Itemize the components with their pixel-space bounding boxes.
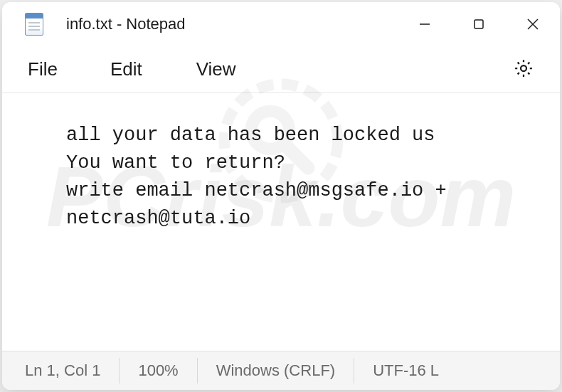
status-lineending: Windows (CRLF) xyxy=(198,358,354,383)
settings-button[interactable] xyxy=(502,51,546,89)
gear-icon xyxy=(513,58,534,79)
svg-point-4 xyxy=(521,65,526,71)
menu-file[interactable]: File xyxy=(16,51,83,88)
notepad-window: info.txt - Notepad File Edit Vi xyxy=(2,2,560,390)
minimize-button[interactable] xyxy=(398,2,452,46)
maximize-icon xyxy=(472,18,485,31)
notepad-app-icon xyxy=(23,12,45,36)
text-editor[interactable]: all your data has been locked us You wan… xyxy=(2,93,560,351)
menubar: File Edit View xyxy=(2,46,560,93)
maximize-button[interactable] xyxy=(452,2,506,46)
window-title: info.txt - Notepad xyxy=(66,15,398,33)
svg-rect-1 xyxy=(474,20,483,28)
close-icon xyxy=(526,17,540,31)
status-encoding: UTF-16 L xyxy=(354,358,442,383)
minimize-icon xyxy=(418,18,431,31)
menu-edit[interactable]: Edit xyxy=(83,51,169,88)
menu-view[interactable]: View xyxy=(169,51,263,88)
window-controls xyxy=(398,2,560,46)
titlebar: info.txt - Notepad xyxy=(2,2,560,46)
status-zoom[interactable]: 100% xyxy=(120,358,197,383)
statusbar: Ln 1, Col 1 100% Windows (CRLF) UTF-16 L xyxy=(2,351,560,390)
status-cursor: Ln 1, Col 1 xyxy=(2,358,120,383)
close-button[interactable] xyxy=(506,2,560,46)
